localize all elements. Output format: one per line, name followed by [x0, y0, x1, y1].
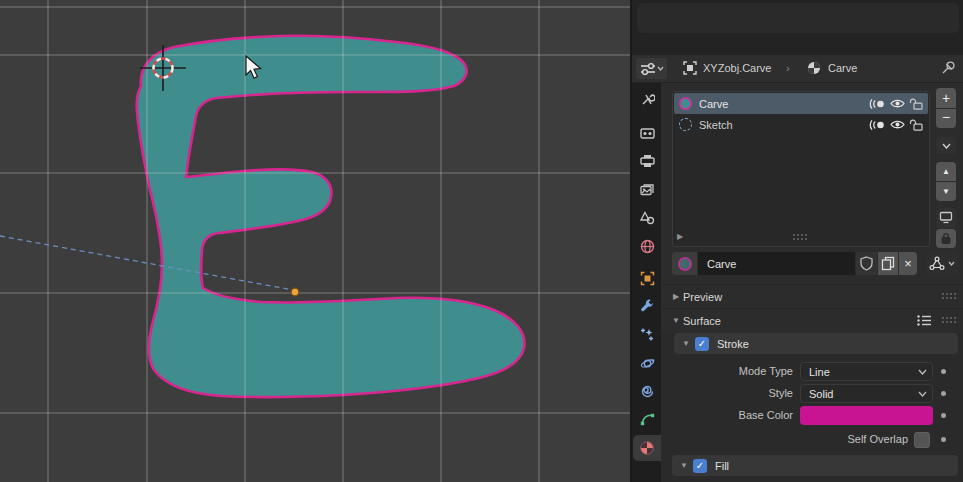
list-expand-arrow[interactable]: ▶ — [677, 232, 683, 241]
material-sphere-icon — [806, 60, 822, 76]
list-resize-grip[interactable] — [793, 234, 807, 240]
expand-arrow-icon: ▼ — [677, 461, 691, 470]
subpanel-title: Stroke — [717, 338, 749, 350]
panel-preview-header[interactable]: ▶ Preview — [660, 284, 963, 308]
animate-property-dot[interactable] — [941, 413, 946, 418]
remove-slot-button[interactable]: − — [936, 109, 956, 128]
stroke-enable-checkbox[interactable]: ✓ — [695, 337, 709, 351]
chevron-down-icon — [948, 261, 955, 266]
shading-toggle-icon[interactable] — [869, 119, 886, 131]
chevron-down-icon — [942, 143, 951, 149]
panel-title: Surface — [683, 315, 721, 327]
panel-surface-header[interactable]: ▼ Surface — [660, 308, 963, 332]
material-name-field[interactable]: Carve — [698, 252, 855, 275]
tab-object[interactable] — [635, 266, 659, 290]
material-preview-swatch — [678, 257, 692, 271]
tab-effects[interactable] — [635, 322, 659, 346]
collapse-arrow-icon: ▶ — [669, 292, 683, 301]
animate-property-dot[interactable] — [941, 391, 946, 396]
copy-icon — [881, 256, 895, 271]
lock-closed-icon — [940, 232, 952, 245]
lock-open-icon[interactable] — [909, 98, 923, 110]
self-overlap-label: Self Overlap — [775, 430, 908, 449]
panel-title: Preview — [683, 291, 722, 303]
base-color-swatch[interactable] — [800, 406, 933, 425]
tab-view-layer[interactable] — [635, 177, 659, 201]
subpanel-fill-header[interactable]: ▼ ✓ Fill — [672, 455, 958, 476]
self-overlap-checkbox[interactable] — [914, 432, 930, 448]
material-specials-dropdown[interactable] — [926, 252, 958, 275]
tab-output[interactable] — [635, 149, 659, 173]
slot-specials-button[interactable] — [936, 137, 956, 155]
eye-icon[interactable] — [890, 119, 905, 130]
tab-tool[interactable] — [635, 87, 659, 111]
monitor-icon — [939, 211, 953, 224]
material-swatch-icon — [679, 97, 692, 110]
chevron-down-icon — [918, 391, 927, 397]
shield-icon — [860, 256, 873, 271]
tab-constraints[interactable] — [635, 379, 659, 403]
style-dropdown[interactable]: Solid — [800, 384, 933, 403]
breadcrumb-separator: › — [786, 55, 790, 82]
fill-enable-checkbox[interactable]: ✓ — [693, 459, 707, 473]
tab-modifiers[interactable] — [635, 294, 659, 318]
object-origin-point[interactable] — [291, 288, 299, 296]
object-icon — [682, 60, 698, 76]
panel-drag-grip[interactable] — [942, 293, 956, 299]
subpanel-stroke-header[interactable]: ▼ ✓ Stroke — [674, 333, 958, 354]
material-slot-row[interactable]: Sketch — [674, 114, 928, 135]
animate-property-dot[interactable] — [941, 369, 946, 374]
material-preview-button[interactable] — [672, 252, 697, 275]
shading-toggle-icon[interactable] — [869, 98, 886, 110]
move-slot-down-button[interactable]: ▼ — [936, 182, 956, 201]
tab-render[interactable] — [635, 121, 659, 145]
tab-world[interactable] — [635, 234, 659, 258]
panel-drag-grip[interactable] — [942, 317, 956, 323]
material-slot-row[interactable]: Carve — [674, 93, 928, 114]
chevron-down-icon — [918, 369, 927, 375]
adjacent-editor-band — [637, 3, 959, 33]
slot-name: Carve — [699, 98, 869, 110]
tab-physics[interactable] — [635, 351, 659, 375]
mode-type-label: Mode Type — [660, 362, 793, 381]
properties-editor-icon — [640, 62, 656, 76]
show-in-viewport-button[interactable] — [936, 208, 956, 228]
mode-type-dropdown[interactable]: Line — [800, 362, 933, 381]
viewport-3d[interactable] — [0, 0, 630, 482]
expand-arrow-icon: ▼ — [679, 339, 693, 348]
editor-type-button[interactable] — [636, 58, 667, 79]
slot-name: Sketch — [699, 119, 869, 131]
unlink-material-button[interactable]: × — [899, 252, 917, 275]
presets-menu-icon[interactable] — [916, 314, 932, 327]
node-tree-icon — [929, 256, 945, 271]
move-slot-up-button[interactable]: ▲ — [936, 162, 956, 181]
animate-property-dot[interactable] — [941, 437, 946, 442]
style-label: Style — [660, 384, 793, 403]
tab-object-data[interactable] — [635, 407, 659, 431]
material-swatch-icon — [679, 118, 692, 131]
eye-icon[interactable] — [890, 98, 905, 109]
lock-open-icon[interactable] — [909, 119, 923, 131]
tab-scene[interactable] — [635, 206, 659, 230]
lock-button[interactable] — [936, 229, 956, 248]
base-color-label: Base Color — [660, 406, 793, 425]
pin-icon[interactable] — [940, 60, 957, 77]
add-slot-button[interactable]: + — [936, 88, 956, 108]
fake-user-button[interactable] — [856, 252, 877, 275]
expand-arrow-icon: ▼ — [669, 316, 683, 325]
tab-material[interactable] — [635, 436, 659, 460]
subpanel-title: Fill — [715, 460, 729, 472]
breadcrumb-material-name[interactable]: Carve — [828, 55, 857, 82]
new-material-button[interactable] — [878, 252, 898, 275]
breadcrumb-object-name[interactable]: XYZobj.Carve — [703, 55, 771, 82]
chevron-down-icon — [657, 66, 664, 71]
